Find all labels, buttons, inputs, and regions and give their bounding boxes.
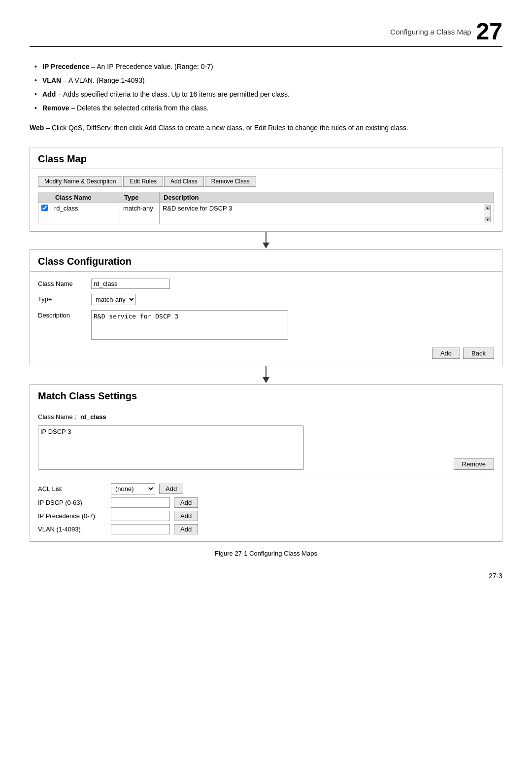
scrollbar[interactable]: ▲ ▼ (484, 205, 491, 222)
class-map-title: Class Map (30, 147, 502, 169)
match-class-name-label: Class Name : (38, 413, 76, 421)
bullet-vlan: VLAN – A VLAN. (Range:1-4093) (34, 75, 502, 86)
ip-precedence-add-btn[interactable]: Add (174, 511, 198, 521)
row-checkbox[interactable] (41, 205, 48, 211)
back-btn[interactable]: Back (463, 348, 494, 359)
vlan-input[interactable] (111, 524, 170, 534)
match-class-name-row: Class Name : rd_class (38, 413, 494, 421)
add-btn[interactable]: Add (432, 348, 460, 359)
class-map-body: Modify Name & Description Edit Rules Add… (30, 169, 502, 231)
arrow-down-svg-2 (259, 366, 273, 384)
class-map-toolbar: Modify Name & Description Edit Rules Add… (38, 176, 494, 187)
row-description: R&D service for DSCP 3 ▲ ▼ (160, 203, 494, 224)
match-class-name-value: rd_class (80, 413, 106, 421)
chapter-title: Configuring a Class Map (390, 28, 471, 36)
arrow-2 (30, 366, 502, 384)
page-number: 27-3 (489, 572, 502, 580)
class-config-title: Class Configuration (30, 250, 502, 272)
bullet-add: Add – Adds specified criteria to the cla… (34, 89, 502, 100)
col-type: Type (120, 192, 160, 203)
type-select[interactable]: match-any match-all (91, 294, 136, 305)
class-map-table: Class Name Type Description rd_class mat… (38, 192, 494, 224)
arrow-down-svg (259, 232, 273, 249)
modify-name-btn[interactable]: Modify Name & Description (38, 176, 122, 187)
svg-marker-1 (263, 243, 269, 248)
class-name-row: Class Name (38, 279, 494, 289)
ip-precedence-row: IP Precedence (0-7) Add (38, 511, 494, 521)
row-type: match-any (120, 203, 160, 224)
ip-precedence-label: IP Precedence (0-7) (38, 512, 107, 520)
vlan-label: VLAN (1-4093) (38, 526, 107, 533)
class-name-input[interactable] (91, 279, 170, 289)
chapter-number: 27 (476, 20, 502, 43)
class-map-panel: Class Map Modify Name & Description Edit… (30, 147, 502, 232)
ip-dscp-input[interactable] (111, 497, 170, 508)
match-listbox-area: IP DSCP 3 Remove (38, 425, 494, 470)
description-textarea[interactable]: R&D service for DSCP 3 (91, 310, 288, 340)
acl-list-select[interactable]: (none) (111, 483, 155, 494)
match-fields: ACL List (none) Add IP DSCP (0-63) Add I… (38, 478, 494, 534)
bullet-ip-precedence: IP Precedence – An IP Precedence value. … (34, 62, 502, 72)
type-row: Type match-any match-all (38, 294, 494, 305)
ip-dscp-label: IP DSCP (0-63) (38, 499, 107, 506)
acl-add-btn[interactable]: Add (159, 484, 183, 494)
vlan-add-btn[interactable]: Add (174, 524, 198, 534)
acl-list-label: ACL List (38, 485, 107, 493)
arrow-1 (30, 232, 502, 249)
class-config-panel: Class Configuration Class Name Type matc… (30, 249, 502, 366)
ip-precedence-input[interactable] (111, 511, 170, 521)
type-label: Type (38, 294, 87, 303)
scroll-up[interactable]: ▲ (485, 206, 491, 210)
class-name-label: Class Name (38, 279, 87, 287)
ip-dscp-add-btn[interactable]: Add (174, 497, 198, 508)
col-class-name: Class Name (51, 192, 120, 203)
match-class-panel: Match Class Settings Class Name : rd_cla… (30, 384, 502, 542)
class-config-body: Class Name Type match-any match-all Desc… (30, 272, 502, 366)
scroll-down[interactable]: ▼ (485, 217, 491, 221)
web-note: Web – Click QoS, DiffServ, then click Ad… (30, 122, 502, 133)
vlan-row: VLAN (1-4093) Add (38, 524, 494, 534)
bullet-list: IP Precedence – An IP Precedence value. … (30, 62, 502, 113)
description-row: Description R&D service for DSCP 3 (38, 310, 494, 340)
config-form: Class Name Type match-any match-all Desc… (38, 279, 494, 359)
col-check (38, 192, 51, 203)
bullet-remove: Remove – Deletes the selected criteria f… (34, 103, 502, 113)
remove-btn[interactable]: Remove (454, 458, 494, 470)
match-class-title: Match Class Settings (30, 385, 502, 406)
match-listbox[interactable]: IP DSCP 3 (38, 425, 304, 470)
description-label: Description (38, 310, 87, 319)
row-class-name: rd_class (51, 203, 120, 224)
config-form-buttons: Add Back (38, 348, 494, 359)
figure-caption: Figure 27-1 Configuring Class Maps (30, 550, 502, 557)
page-footer: 27-3 (30, 572, 502, 580)
col-description: Description (160, 192, 494, 203)
ip-dscp-row: IP DSCP (0-63) Add (38, 497, 494, 508)
edit-rules-btn[interactable]: Edit Rules (123, 176, 163, 187)
row-checkbox-cell[interactable] (38, 203, 51, 224)
acl-list-row: ACL List (none) Add (38, 483, 494, 494)
svg-marker-3 (263, 377, 269, 383)
match-class-body: Class Name : rd_class IP DSCP 3 Remove A… (30, 406, 502, 541)
add-class-btn[interactable]: Add Class (164, 176, 204, 187)
page-header: Configuring a Class Map 27 (30, 20, 502, 47)
table-row: rd_class match-any R&D service for DSCP … (38, 203, 494, 224)
remove-class-btn[interactable]: Remove Class (205, 176, 256, 187)
